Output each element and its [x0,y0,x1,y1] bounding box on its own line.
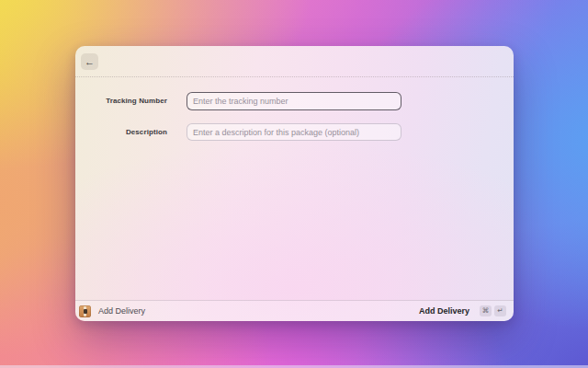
package-icon [79,305,91,317]
add-delivery-button[interactable]: Add Delivery [419,306,469,316]
return-key-glyph: ↵ [497,307,503,315]
description-input[interactable] [187,123,401,141]
command-key-icon: ⌘ [480,305,492,316]
back-button[interactable]: ← [81,53,98,70]
footer-app-name: Add Delivery [98,306,145,316]
back-arrow-icon: ← [85,57,95,67]
window-footer: Add Delivery Add Delivery ⌘ ↵ [75,300,514,321]
return-key-icon: ↵ [494,305,506,316]
add-delivery-window: ← Tracking Number Description Add Delive… [75,46,514,321]
window-titlebar: ← [75,46,514,77]
tracking-number-label: Tracking Number [75,92,167,110]
tracking-number-input[interactable] [187,92,401,110]
command-key-glyph: ⌘ [482,307,490,315]
description-label: Description [75,123,167,141]
